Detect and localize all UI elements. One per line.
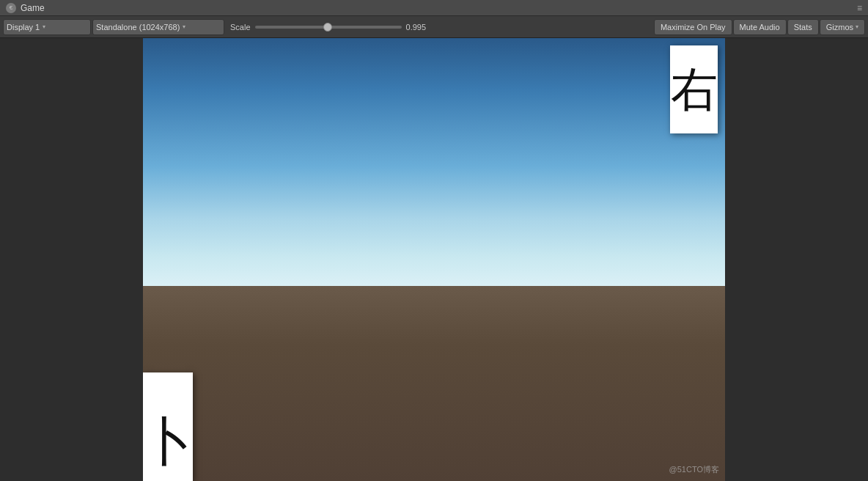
right-sidebar <box>725 38 868 481</box>
mute-audio-button[interactable]: Mute Audio <box>733 19 787 35</box>
game-icon: € <box>6 3 16 13</box>
kanji-bottom-left: 卜 <box>143 415 193 468</box>
scale-container: Scale 0.995 <box>230 23 652 32</box>
gizmos-button[interactable]: Gizmos ▾ <box>820 19 865 35</box>
main-content: 右 卜 @51CTO博客 <box>0 38 868 481</box>
left-sidebar <box>0 38 143 481</box>
toolbar: Display 1 ▾ Standalone (1024x768) ▾ Scal… <box>0 16 868 38</box>
watermark: @51CTO博客 <box>669 464 719 475</box>
card-top-right: 右 <box>670 45 718 133</box>
scale-label: Scale <box>230 23 251 32</box>
resolution-select-value: Standalone (1024x768) <box>96 23 180 32</box>
card-bottom-left: 卜 <box>143 372 193 481</box>
display-select[interactable]: Display 1 ▾ <box>3 19 91 35</box>
scale-slider[interactable] <box>255 26 402 29</box>
stats-button[interactable]: Stats <box>787 19 819 35</box>
resolution-select-arrow: ▾ <box>183 23 185 30</box>
maximize-on-play-button[interactable]: Maximize On Play <box>654 19 732 35</box>
ground <box>143 286 725 481</box>
title-bar-menu: ≡ <box>857 3 862 13</box>
sky <box>143 38 725 295</box>
gizmos-label: Gizmos <box>826 23 853 32</box>
menu-icon[interactable]: ≡ <box>857 3 862 13</box>
window-title: Game <box>21 3 45 13</box>
gizmos-dropdown-arrow: ▾ <box>856 23 858 30</box>
display-select-arrow: ▾ <box>43 23 45 30</box>
display-select-value: Display 1 <box>7 23 40 32</box>
kanji-right: 右 <box>671 66 718 113</box>
game-viewport: 右 卜 @51CTO博客 <box>143 38 725 481</box>
toolbar-buttons: Maximize On Play Mute Audio Stats Gizmos… <box>654 19 865 35</box>
resolution-select[interactable]: Standalone (1024x768) ▾ <box>92 19 224 35</box>
scale-value: 0.995 <box>406 23 433 32</box>
title-bar: € Game ≡ <box>0 0 868 16</box>
